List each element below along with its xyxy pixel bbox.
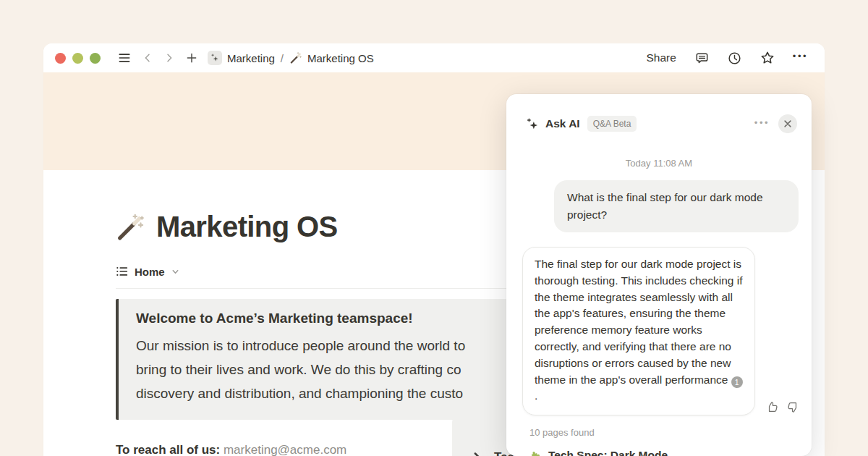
user-message-row: What is the final step for our dark mode… — [506, 180, 812, 232]
panel-close-button[interactable] — [778, 114, 797, 133]
toolbar-actions: Share ••• — [640, 46, 813, 70]
plus-icon — [185, 51, 198, 64]
ai-sparkle-icon — [525, 117, 539, 131]
ask-ai-title: Ask AI — [545, 117, 580, 130]
pages-found-section: 10 pages found Tech Spec: Dark Mode Dark… — [506, 415, 812, 456]
ai-message-text: The final step for our dark mode project… — [535, 258, 743, 386]
comment-icon — [694, 51, 710, 66]
puzzle-icon — [528, 449, 541, 456]
citation-badge[interactable]: 1 — [731, 376, 743, 388]
chevron-down-icon — [171, 267, 180, 276]
history-button[interactable] — [722, 48, 747, 68]
thumbs-up-button[interactable] — [765, 400, 779, 414]
comments-button[interactable] — [689, 48, 715, 68]
hamburger-icon — [117, 51, 132, 65]
teamspace-icon[interactable] — [208, 51, 222, 65]
page-result-link[interactable]: Tech Spec: Dark Mode — [528, 449, 812, 456]
pages-found-label: 10 pages found — [528, 427, 812, 438]
ask-ai-panel: Ask AI Q&A Beta ••• Today 11:08 AM What … — [506, 94, 812, 456]
clock-icon — [727, 51, 742, 66]
back-button[interactable] — [137, 48, 158, 68]
feedback-buttons — [765, 400, 800, 415]
favorite-button[interactable] — [754, 48, 780, 68]
minimize-window-button[interactable] — [72, 53, 83, 64]
breadcrumb-teamspace[interactable]: Marketing — [227, 52, 275, 64]
ai-message-text-end: . — [535, 389, 537, 402]
list-view-icon — [116, 265, 129, 278]
thumbs-down-button[interactable] — [786, 400, 800, 414]
breadcrumb: Marketing / Marketing OS — [208, 51, 374, 65]
page-title[interactable]: Marketing OS — [156, 211, 338, 243]
arrow-right-icon — [467, 449, 482, 456]
new-page-button[interactable] — [180, 48, 203, 68]
zoom-window-button[interactable] — [90, 53, 101, 64]
more-options-button[interactable]: ••• — [788, 46, 813, 70]
share-button[interactable]: Share — [640, 48, 681, 68]
ai-message-bubble: The final step for our dark mode project… — [522, 247, 755, 415]
ai-message-row: The final step for our dark mode project… — [506, 247, 812, 415]
page-result-title: Tech Spec: Dark Mode — [548, 449, 668, 456]
chevron-left-icon — [142, 52, 153, 64]
chevron-right-icon — [163, 52, 175, 64]
close-window-button[interactable] — [55, 53, 66, 64]
breadcrumb-separator: / — [281, 52, 284, 64]
wand-icon[interactable] — [116, 213, 145, 242]
ask-ai-header: Ask AI Q&A Beta ••• — [506, 94, 812, 133]
qa-beta-badge: Q&A Beta — [587, 116, 637, 132]
panel-more-button[interactable]: ••• — [754, 117, 770, 131]
ellipsis-icon: ••• — [754, 117, 770, 128]
window-controls — [55, 53, 101, 64]
sidebar-toggle-button[interactable] — [112, 48, 137, 68]
contact-email-link[interactable]: marketing@acme.com — [224, 443, 346, 456]
ellipsis-icon: ••• — [793, 51, 808, 62]
chat-timestamp: Today 11:08 AM — [506, 158, 812, 169]
view-tab-label: Home — [135, 266, 165, 278]
star-icon — [760, 50, 775, 66]
toolbar: Marketing / Marketing OS Share — [43, 43, 825, 72]
wand-icon — [289, 51, 302, 64]
close-icon — [783, 119, 792, 128]
user-message-bubble: What is the final step for our dark mode… — [554, 180, 799, 232]
breadcrumb-page[interactable]: Marketing OS — [307, 52, 374, 64]
contact-label: To reach all of us: — [116, 443, 220, 456]
forward-button[interactable] — [158, 48, 180, 68]
